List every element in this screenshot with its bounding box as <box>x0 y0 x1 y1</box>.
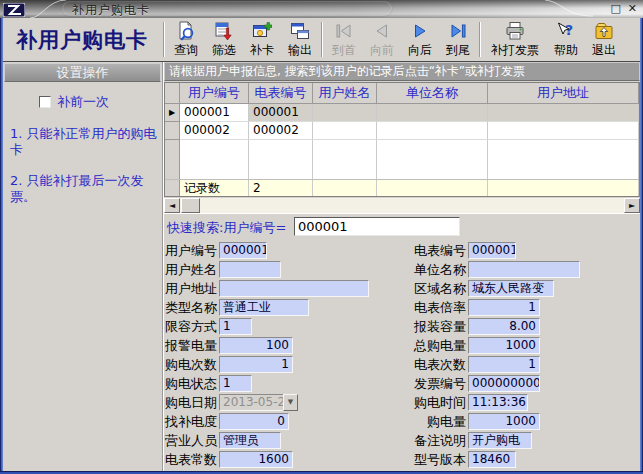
toolbar-separator <box>479 22 481 57</box>
purchase-count-field[interactable]: 1 <box>219 356 293 373</box>
installed-capacity-label: 报装容量 <box>396 318 466 336</box>
reissue-previous-checkbox[interactable] <box>39 96 51 108</box>
column-header-meter-id[interactable]: 电表编号 <box>249 83 313 104</box>
combo-dropdown-icon[interactable]: ▼ <box>283 394 298 411</box>
page-title: 补用户购电卡 <box>3 18 161 61</box>
printer-icon <box>505 21 525 41</box>
help-button[interactable]: ? 帮助 <box>547 18 585 61</box>
type-name-label: 类型名称 <box>164 299 217 317</box>
detail-form: 用户编号000001 用户姓名 用户地址 类型名称普通工业 限容方式1 报警电量… <box>164 239 640 471</box>
column-header-unit-name[interactable]: 单位名称 <box>377 83 488 104</box>
row-indicator-header <box>165 83 180 104</box>
record-count-row: 记录数 2 <box>165 179 639 196</box>
operator-label: 营业人员 <box>164 432 217 450</box>
export-button[interactable]: 输出 <box>281 18 319 61</box>
next-record-button[interactable]: 向后 <box>401 18 439 61</box>
user-address-field[interactable] <box>219 280 369 297</box>
alarm-energy-label: 报警电量 <box>164 337 217 355</box>
cell-meter-id: 000002 <box>249 122 313 140</box>
adjustment-energy-field[interactable]: 0 <box>219 413 289 430</box>
meter-count-label: 电表次数 <box>396 356 466 374</box>
maximize-button[interactable]: □ <box>610 1 620 17</box>
cell-unit-name <box>377 122 488 140</box>
cell-user-address <box>488 104 639 122</box>
card-plus-icon <box>252 21 272 41</box>
alarm-energy-field[interactable]: 100 <box>219 337 293 354</box>
exit-icon <box>594 21 614 41</box>
filter-button[interactable]: 筛选 <box>205 18 243 61</box>
toolbar-separator <box>163 22 165 57</box>
app-logo-icon <box>3 2 25 21</box>
previous-record-button[interactable]: 向前 <box>363 18 401 61</box>
export-icon <box>290 21 310 41</box>
unit-name-field[interactable] <box>468 261 580 278</box>
horizontal-scrollbar[interactable]: ◄ ► <box>164 198 640 213</box>
toolbar: 补用户购电卡 查询 筛选 补卡 输出 到首 向前 向后 <box>3 18 640 62</box>
installed-capacity-field[interactable]: 8.00 <box>468 318 540 335</box>
title-bar[interactable]: 补用户购电卡 □ ✕ <box>0 0 643 18</box>
first-record-button[interactable]: 到首 <box>325 18 363 61</box>
purchase-time-field[interactable]: 11:13:36 <box>468 394 528 411</box>
meter-count-field[interactable]: 1 <box>468 356 540 373</box>
purchase-status-label: 购电状态 <box>164 375 217 393</box>
capacity-limit-mode-field[interactable]: 1 <box>219 318 252 335</box>
previous-record-icon <box>372 21 392 41</box>
last-record-icon <box>448 21 468 41</box>
meter-id-field[interactable]: 000001 <box>468 242 516 259</box>
purchase-energy-field[interactable]: 1000 <box>468 413 540 430</box>
meter-ratio-field[interactable]: 1 <box>468 299 540 316</box>
scroll-right-button[interactable]: ► <box>624 198 640 213</box>
total-energy-label: 总购电量 <box>396 337 466 355</box>
reprint-invoice-button[interactable]: 补打发票 <box>483 18 547 61</box>
remark-label: 备注说明 <box>396 432 466 450</box>
user-name-field[interactable] <box>219 261 281 278</box>
last-record-button[interactable]: 到尾 <box>439 18 477 61</box>
total-energy-field[interactable]: 1000 <box>468 337 540 354</box>
meter-constant-field[interactable]: 1600 <box>219 451 293 468</box>
quick-search-input[interactable] <box>294 217 460 236</box>
table-row[interactable]: 000002 000002 <box>165 122 639 140</box>
purchase-status-field[interactable]: 1 <box>219 375 252 392</box>
invoice-number-field[interactable]: 0000000001 <box>468 375 540 392</box>
scrollbar-thumb[interactable] <box>181 198 200 213</box>
model-version-field[interactable]: 18460 <box>468 451 516 468</box>
operator-field[interactable]: 管理员 <box>219 432 281 449</box>
capacity-limit-mode-label: 限容方式 <box>164 318 217 336</box>
cell-user-id: 000001 <box>180 104 249 122</box>
window-title: 补用户购电卡 <box>72 2 150 19</box>
adjustment-energy-label: 找补电度 <box>164 413 217 431</box>
sidebar-title: 设置操作 <box>4 63 161 82</box>
cell-user-address <box>488 122 639 140</box>
exit-button[interactable]: 退出 <box>585 18 623 61</box>
instruction-bar: 请根据用户申报信息, 搜索到该用户的记录后点击“补卡”或补打发票 <box>164 62 640 81</box>
query-button[interactable]: 查询 <box>167 18 205 61</box>
help-cursor-icon: ? <box>556 21 576 41</box>
user-name-label: 用户姓名 <box>164 261 217 279</box>
main-panel: 请根据用户申报信息, 搜索到该用户的记录后点击“补卡”或补打发票 用户编号 电表… <box>164 62 640 471</box>
meter-id-label: 电表编号 <box>396 242 466 260</box>
purchase-energy-label: 购电量 <box>396 413 466 431</box>
quick-search-label: 快速搜索:用户编号= <box>167 219 286 237</box>
type-name-field[interactable]: 普通工业 <box>219 299 309 316</box>
column-header-user-name[interactable]: 用户姓名 <box>313 83 377 104</box>
meter-ratio-label: 电表倍率 <box>396 299 466 317</box>
purchase-date-label: 购电日期 <box>164 394 217 412</box>
cell-user-name <box>313 104 377 122</box>
sidebar: 设置操作 补前一次 1. 只能补正常用户的购电卡 2. 只能补打最后一次发票。 <box>3 62 163 471</box>
window-frame-left <box>0 18 3 474</box>
user-address-label: 用户地址 <box>164 280 217 298</box>
region-name-label: 区域名称 <box>396 280 466 298</box>
scroll-left-button[interactable]: ◄ <box>164 198 180 213</box>
close-button[interactable]: ✕ <box>628 1 637 17</box>
unit-name-label: 单位名称 <box>396 261 466 279</box>
next-record-icon <box>410 21 430 41</box>
column-header-user-id[interactable]: 用户编号 <box>180 83 249 104</box>
region-name-field[interactable]: 城东人民路变 <box>468 280 554 297</box>
purchase-date-combo[interactable]: 2013-05-25 <box>219 394 283 411</box>
column-header-user-address[interactable]: 用户地址 <box>488 83 639 104</box>
table-row[interactable]: ▶ 000001 000001 <box>165 104 639 122</box>
remark-field[interactable]: 开户购电 <box>468 432 532 449</box>
user-id-field[interactable]: 000001 <box>219 242 267 259</box>
reissue-previous-checkbox-label: 补前一次 <box>57 93 109 111</box>
reissue-card-button[interactable]: 补卡 <box>243 18 281 61</box>
